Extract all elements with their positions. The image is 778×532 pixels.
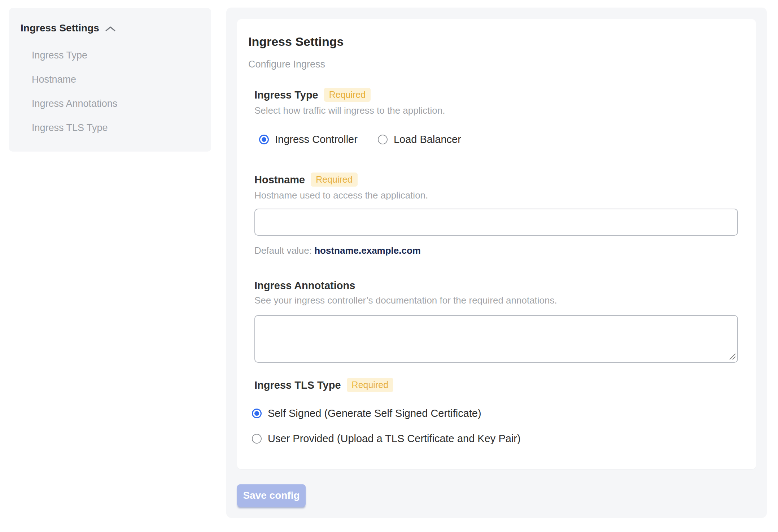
radio-label: Ingress Controller <box>275 133 358 145</box>
sidebar-item-list: Ingress Type Hostname Ingress Annotation… <box>32 50 201 133</box>
sidebar: Ingress Settings Ingress Type Hostname I… <box>9 8 211 152</box>
default-value-text: hostname.example.com <box>314 245 421 256</box>
sidebar-item-ingress-annotations[interactable]: Ingress Annotations <box>32 98 201 109</box>
section-ingress-annotations-head: Ingress Annotations <box>254 279 739 292</box>
radio-option-self-signed[interactable]: Self Signed (Generate Self Signed Certif… <box>252 407 739 419</box>
radio-load-balancer[interactable] <box>378 135 388 144</box>
sidebar-section-toggle[interactable]: Ingress Settings <box>21 22 116 34</box>
required-badge: Required <box>347 378 393 392</box>
section-ingress-type-description: Select how traffic will ingress to the a… <box>254 105 739 116</box>
default-value-label: Default value: <box>254 245 312 256</box>
ingress-settings-card: Ingress Settings Configure Ingress Ingre… <box>237 19 756 469</box>
radio-label: Self Signed (Generate Self Signed Certif… <box>268 407 481 419</box>
ingress-type-radio-group: Ingress Controller Load Balancer <box>259 133 739 145</box>
section-ingress-type-label: Ingress Type <box>254 89 318 101</box>
section-ingress-tls-type-label: Ingress TLS Type <box>254 379 341 391</box>
settings-panel: Ingress Settings Configure Ingress Ingre… <box>226 8 767 518</box>
radio-self-signed[interactable] <box>252 409 262 418</box>
section-hostname-label: Hostname <box>254 174 305 186</box>
sidebar-item-ingress-type[interactable]: Ingress Type <box>32 50 201 61</box>
ingress-annotations-textarea[interactable] <box>254 315 738 363</box>
radio-option-ingress-controller[interactable]: Ingress Controller <box>259 133 358 145</box>
save-config-button[interactable]: Save config <box>237 484 306 507</box>
required-badge: Required <box>324 88 371 102</box>
radio-option-user-provided[interactable]: User Provided (Upload a TLS Certificate … <box>252 432 739 445</box>
sidebar-item-hostname[interactable]: Hostname <box>32 74 201 85</box>
section-ingress-type-head: Ingress Type Required <box>254 88 739 102</box>
page-subtitle: Configure Ingress <box>248 59 739 70</box>
sidebar-section-title: Ingress Settings <box>21 22 99 34</box>
section-ingress-tls-type: Ingress TLS Type Required Self Signed (G… <box>254 378 739 445</box>
sidebar-item-ingress-tls-type[interactable]: Ingress TLS Type <box>32 122 201 133</box>
section-ingress-type: Ingress Type Required Select how traffic… <box>254 88 739 145</box>
radio-label: Load Balancer <box>394 133 461 145</box>
required-badge: Required <box>311 173 357 187</box>
hostname-input[interactable] <box>254 209 738 236</box>
radio-user-provided[interactable] <box>252 434 262 444</box>
chevron-up-icon <box>105 26 116 32</box>
section-ingress-annotations-label: Ingress Annotations <box>254 279 355 292</box>
section-hostname-description: Hostname used to access the application. <box>254 190 739 201</box>
page-title: Ingress Settings <box>248 34 739 49</box>
radio-ingress-controller[interactable] <box>259 135 269 144</box>
ingress-annotations-field <box>254 315 738 363</box>
ingress-tls-radio-group: Self Signed (Generate Self Signed Certif… <box>252 407 739 445</box>
section-ingress-annotations-description: See your ingress controller’s documentat… <box>254 295 739 306</box>
resize-handle-icon[interactable] <box>728 352 736 360</box>
radio-label: User Provided (Upload a TLS Certificate … <box>268 432 521 445</box>
radio-option-load-balancer[interactable]: Load Balancer <box>378 133 461 145</box>
section-ingress-tls-type-head: Ingress TLS Type Required <box>254 378 739 392</box>
section-hostname-head: Hostname Required <box>254 173 739 187</box>
hostname-default-line: Default value: hostname.example.com <box>254 245 739 256</box>
section-hostname: Hostname Required Hostname used to acces… <box>254 173 739 256</box>
section-ingress-annotations: Ingress Annotations See your ingress con… <box>254 279 739 363</box>
